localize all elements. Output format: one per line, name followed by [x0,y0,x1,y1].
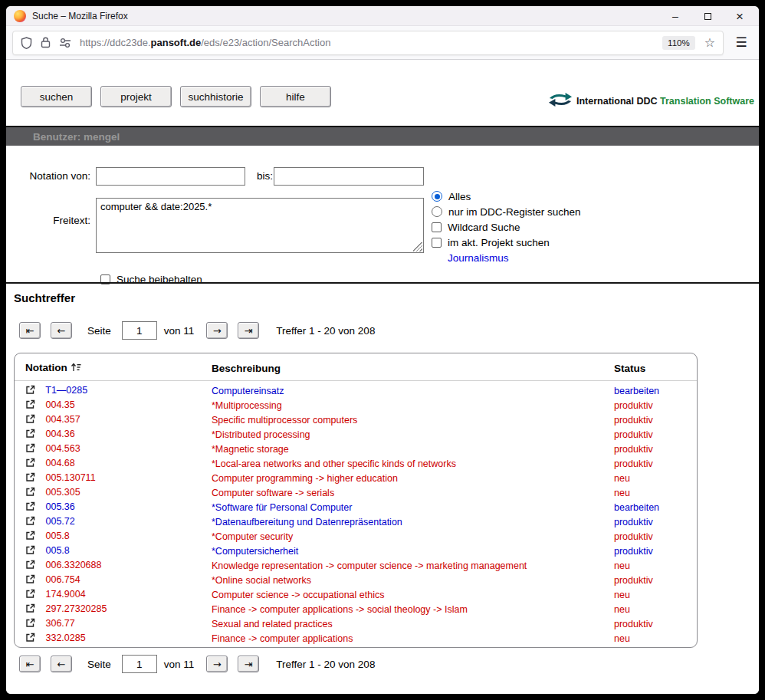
external-link-icon[interactable] [25,443,35,457]
first-page-button[interactable]: ⇤ [19,656,41,672]
row-beschreibung-link[interactable]: *Multiprocessing [212,400,282,411]
row-beschreibung-link[interactable]: Computereinsatz [212,386,284,396]
row-notation-link[interactable]: 174.9004 [45,589,85,600]
minimize-button[interactable]: – [659,6,691,26]
nav-button-hilfe[interactable]: hilfe [260,86,331,107]
row-notation-link[interactable]: 306.77 [45,618,74,629]
freitext-input[interactable]: computer && date:2025.* [96,198,424,253]
nav-button-projekt[interactable]: projekt [100,86,172,107]
row-beschreibung-link[interactable]: *Datenaufbereitung und Datenrepräsentati… [212,517,402,527]
bookmark-star-icon[interactable]: ☆ [704,35,715,50]
titlebar[interactable]: Suche – Mozilla Firefox – × [6,6,759,26]
row-notation-link[interactable]: 004.68 [45,458,74,468]
url-prefix: https://ddc23de. [80,37,151,48]
notation-bis-input[interactable] [274,167,424,186]
row-beschreibung-link[interactable]: Specific multiprocessor computers [212,415,357,426]
external-link-icon[interactable] [25,414,35,428]
external-link-icon[interactable] [25,560,35,573]
external-link-icon[interactable] [25,647,35,648]
row-notation-link[interactable]: 005.130711 [45,472,95,483]
row-beschreibung-link[interactable]: *Computer security [212,531,293,542]
row-notation-link[interactable]: 005.72 [45,516,74,527]
column-header-notation[interactable]: Notation [15,357,212,381]
row-notation-link[interactable]: 005.36 [45,501,74,512]
treffer-count: Treffer 1 - 20 von 208 [276,659,375,670]
column-header-beschreibung[interactable]: Beschreibung [212,357,614,381]
external-link-icon[interactable] [25,458,35,472]
row-beschreibung-link[interactable]: Computer science -> occupational ethics [212,590,384,600]
row-notation-link[interactable]: 004.563 [45,443,80,454]
row-notation-link[interactable]: 005.8 [45,545,69,556]
row-beschreibung-link[interactable]: *Online social networks [212,575,311,586]
projekt-label: im akt. Projekt suchen [448,237,550,248]
row-beschreibung-link[interactable]: *Magnetic storage [212,444,289,455]
row-beschreibung-link[interactable]: Finance -> computer applications [212,633,353,644]
external-link-icon[interactable] [25,545,35,559]
external-link-icon[interactable] [25,487,35,501]
row-notation-link[interactable]: 004.35 [45,399,74,410]
external-link-icon[interactable] [25,589,35,603]
alles-radio[interactable] [432,191,442,202]
notation-von-input[interactable] [96,167,245,186]
last-page-button[interactable]: ⇥ [238,656,259,672]
row-notation-link[interactable]: 332.0285 [45,633,85,643]
row-beschreibung-link[interactable]: Computer programming -> higher education [212,473,398,484]
row-notation-link[interactable]: T1—0285 [45,385,87,396]
row-notation-link[interactable]: 004.357 [45,414,80,425]
next-page-button[interactable]: → [206,656,228,672]
shield-icon[interactable] [21,37,32,49]
permissions-icon[interactable] [59,38,71,48]
external-link-icon[interactable] [25,618,35,632]
row-beschreibung-link[interactable]: Computer software -> serials [212,488,334,498]
nav-button-suchen[interactable]: suchen [21,86,92,107]
url-text[interactable]: https://ddc23de.pansoft.de/eds/e23/actio… [80,37,656,48]
prev-page-button[interactable]: ← [51,656,72,672]
register-radio[interactable] [432,206,442,217]
row-beschreibung-link[interactable]: Sexual and related practices [212,619,333,629]
page-number-input[interactable] [122,321,157,340]
row-beschreibung-link[interactable]: *Distributed processing [212,429,310,440]
page-number-input[interactable] [122,655,157,673]
external-link-icon[interactable] [25,633,35,646]
first-page-button[interactable]: ⇤ [19,322,41,339]
row-notation-link[interactable]: 336.200285 [45,647,96,648]
maximize-icon [704,13,711,20]
external-link-icon[interactable] [25,385,35,399]
row-beschreibung-link[interactable]: Finance -> computer applications -> soci… [212,604,468,615]
wildcard-checkbox[interactable] [432,222,442,232]
external-link-icon[interactable] [25,531,35,544]
row-beschreibung-link[interactable]: *Local-area networks and other specific … [212,458,456,469]
external-link-icon[interactable] [25,574,35,588]
row-beschreibung-link[interactable]: *Computersicherheit [212,546,298,557]
close-button[interactable]: × [724,6,756,26]
row-beschreibung-link[interactable]: *Software für Personal Computer [212,502,352,513]
nav-button-suchhistorie[interactable]: suchhistorie [180,86,251,107]
row-notation-link[interactable]: 005.305 [45,487,80,498]
external-link-icon[interactable] [25,501,35,515]
external-link-icon[interactable] [25,516,35,530]
zoom-indicator[interactable]: 110% [662,36,695,50]
prev-page-button[interactable]: ← [51,322,72,339]
row-notation-link[interactable]: 006.754 [45,574,80,585]
row-notation-link[interactable]: 004.36 [45,429,74,439]
last-page-button[interactable]: ⇥ [238,322,259,339]
maximize-button[interactable] [691,6,724,26]
url-bar[interactable]: https://ddc23de.pansoft.de/eds/e23/actio… [12,31,724,55]
row-notation-link[interactable]: 006.3320688 [45,560,101,570]
external-link-icon[interactable] [25,399,35,413]
row-beschreibung-link[interactable]: Knowledge representation -> computer sci… [212,560,527,571]
column-header-status[interactable]: Status [614,357,697,381]
browser-window: Suche – Mozilla Firefox – × https://ddc2… [6,6,759,694]
row-notation-link[interactable]: 297.27320285 [45,603,107,614]
external-link-icon[interactable] [25,429,35,442]
projekt-checkbox[interactable] [432,238,442,248]
next-page-button[interactable]: → [206,322,228,339]
external-link-icon[interactable] [25,603,35,617]
sort-ascending-icon[interactable] [71,363,81,374]
projekt-link[interactable]: Journalismus [448,252,509,264]
lock-icon[interactable] [41,37,51,48]
table-row: 174.9004 Computer science -> occupationa… [15,588,697,603]
external-link-icon[interactable] [25,472,35,486]
row-notation-link[interactable]: 005.8 [45,531,69,541]
hamburger-menu-icon[interactable]: ☰ [730,35,753,51]
